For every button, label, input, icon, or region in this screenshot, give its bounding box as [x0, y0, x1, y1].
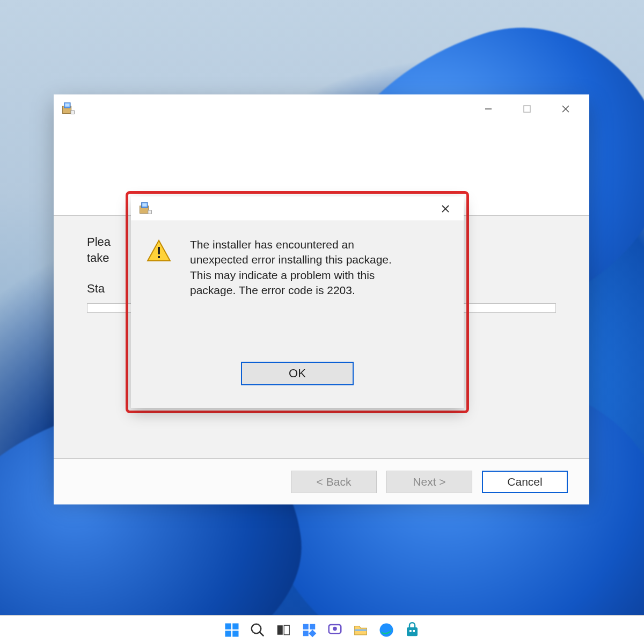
error-dialog: The installer has encountered an unexpec…	[131, 196, 464, 408]
warning-icon	[144, 235, 174, 354]
svg-rect-24	[284, 625, 289, 635]
svg-rect-31	[355, 630, 367, 631]
titlebar	[54, 94, 589, 123]
svg-rect-20	[232, 631, 238, 636]
error-message: The installer has encountered an unexpec…	[190, 235, 394, 354]
svg-point-21	[252, 624, 261, 634]
svg-rect-15	[158, 247, 160, 254]
maximize-button[interactable]	[508, 96, 546, 122]
error-titlebar	[131, 196, 464, 221]
svg-rect-11	[148, 210, 152, 214]
svg-rect-19	[225, 631, 231, 636]
please-wait-text: Plea	[87, 235, 111, 248]
svg-rect-16	[158, 256, 160, 258]
svg-rect-35	[413, 630, 415, 632]
svg-rect-5	[524, 106, 530, 112]
search-icon[interactable]	[250, 622, 266, 638]
ok-button[interactable]: OK	[241, 362, 354, 385]
error-close-button[interactable]	[433, 199, 458, 219]
error-highlight-frame: The installer has encountered an unexpec…	[126, 191, 469, 413]
svg-rect-2	[65, 104, 69, 107]
svg-rect-25	[303, 624, 309, 630]
svg-rect-33	[407, 627, 418, 636]
installer-icon	[61, 101, 75, 117]
cancel-button[interactable]: Cancel	[482, 471, 568, 493]
svg-rect-27	[303, 631, 309, 636]
svg-rect-28	[309, 630, 316, 637]
next-button[interactable]: Next >	[386, 471, 472, 493]
svg-rect-34	[409, 630, 412, 632]
edge-icon[interactable]	[378, 622, 394, 638]
widgets-icon[interactable]	[301, 622, 317, 638]
svg-rect-23	[277, 625, 283, 635]
store-icon[interactable]	[404, 622, 420, 638]
svg-rect-3	[71, 111, 75, 114]
svg-rect-18	[232, 624, 238, 630]
footer: < Back Next > Cancel	[54, 458, 589, 504]
back-button[interactable]: < Back	[291, 471, 377, 493]
svg-point-30	[333, 627, 337, 631]
file-explorer-icon[interactable]	[353, 622, 369, 638]
svg-line-22	[260, 632, 264, 636]
svg-rect-10	[142, 203, 147, 206]
svg-rect-17	[225, 624, 231, 630]
svg-rect-26	[310, 624, 315, 630]
start-button[interactable]	[224, 622, 240, 638]
taskbar	[0, 615, 644, 644]
take-text: take	[87, 251, 109, 265]
task-view-icon[interactable]	[275, 622, 291, 638]
installer-icon	[138, 201, 152, 217]
chat-icon[interactable]	[327, 622, 343, 638]
close-button[interactable]	[546, 96, 585, 122]
minimize-button[interactable]	[469, 96, 508, 122]
status-label: Sta	[87, 282, 105, 295]
